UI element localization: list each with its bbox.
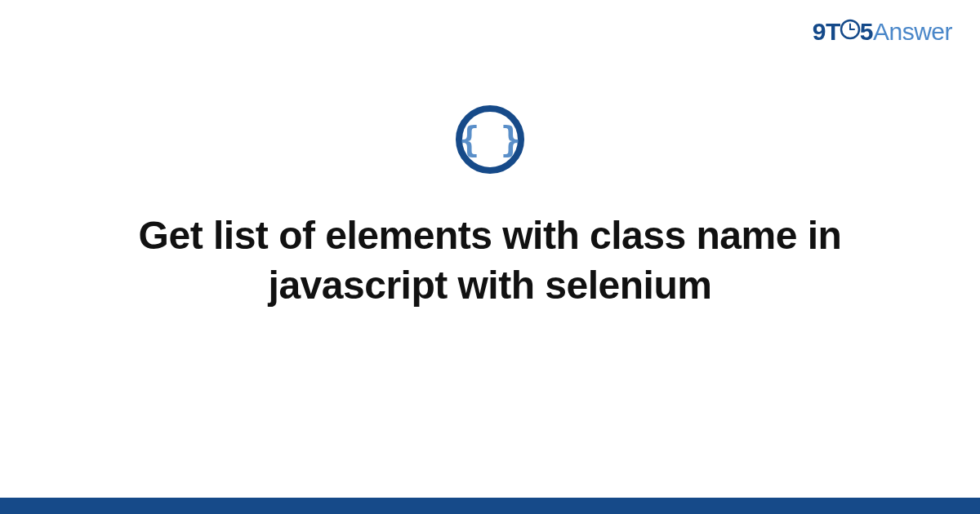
brand-five: 5 bbox=[860, 18, 873, 45]
brand-t: T bbox=[826, 18, 840, 45]
brand-logo: 9T5Answer bbox=[813, 18, 952, 47]
bottom-accent-bar bbox=[0, 498, 980, 514]
brand-answer: Answer bbox=[873, 18, 952, 45]
brand-nine: 9 bbox=[813, 18, 826, 45]
code-braces-icon: { } bbox=[455, 104, 525, 178]
page-title: Get list of elements with class name in … bbox=[0, 210, 980, 311]
brand-clock-icon bbox=[840, 18, 861, 46]
svg-text:{ }: { } bbox=[459, 120, 521, 160]
